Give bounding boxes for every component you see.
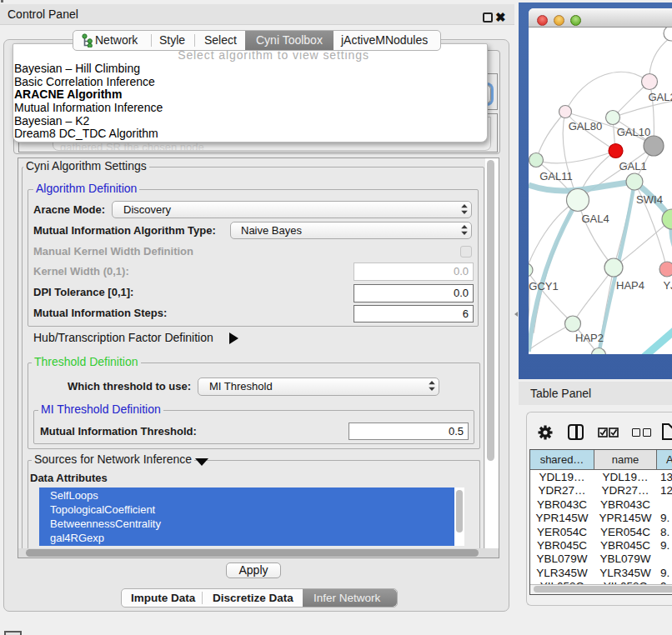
svg-text:SWI4: SWI4 (636, 193, 663, 206)
svg-text:GAL4: GAL4 (581, 212, 609, 225)
svg-text:HAP4: HAP4 (616, 279, 644, 292)
svg-text:GAL80: GAL80 (569, 120, 602, 132)
svg-text:YJ: YJ (663, 279, 672, 292)
svg-text:GCY1: GCY1 (529, 280, 558, 292)
svg-text:GAL10: GAL10 (617, 126, 650, 138)
svg-text:HAP2: HAP2 (575, 332, 604, 344)
svg-text:GAL11: GAL11 (539, 170, 573, 182)
svg-text:GAL2: GAL2 (648, 91, 672, 103)
svg-text:GAL1: GAL1 (619, 160, 646, 172)
